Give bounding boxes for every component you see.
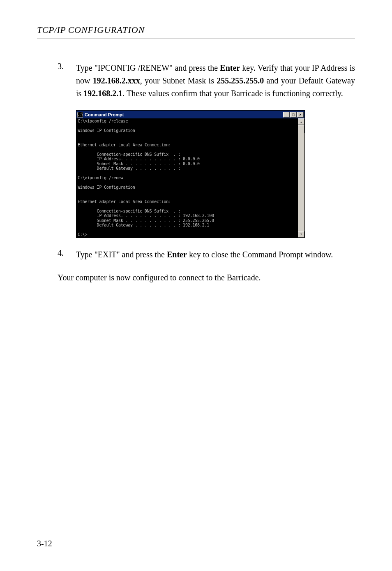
step-number: 3. [58, 62, 76, 100]
window-titlebar[interactable]: C:\ Command Prompt _ □ × [76, 111, 304, 118]
key-enter: Enter [167, 250, 187, 259]
page-header: TCP/IP CONFIGURATION [37, 25, 355, 35]
text: Type "EXIT" and press the [76, 250, 167, 259]
header-prefix: TCP/IP C [37, 25, 74, 35]
text: , your Subnet Mask is [140, 76, 217, 85]
header-rule [37, 39, 355, 39]
close-button[interactable]: × [297, 112, 304, 118]
key-enter: Enter [220, 63, 240, 72]
window-title: Command Prompt [85, 112, 283, 117]
maximize-button[interactable]: □ [290, 112, 297, 118]
closing-text: Your computer is now configured to conne… [37, 271, 355, 284]
window-buttons: _ □ × [283, 112, 304, 118]
scroll-thumb[interactable] [298, 125, 304, 133]
terminal-output[interactable]: C:\>ipconfig /release Windows IP Configu… [76, 118, 298, 238]
step-4: 4. Type "EXIT" and press the Enter key t… [37, 248, 355, 261]
scroll-track[interactable] [298, 125, 304, 231]
page-number: 3-12 [37, 539, 52, 548]
terminal-area: C:\>ipconfig /release Windows IP Configu… [76, 118, 304, 238]
subnet-mask-value: 255.255.255.0 [217, 76, 264, 85]
minimize-button[interactable]: _ [283, 112, 290, 118]
gateway-value: 192.168.2.1 [83, 89, 122, 98]
scroll-up-button[interactable]: ▴ [298, 118, 304, 125]
step-body: Type "IPCONFIG /RENEW" and press the Ent… [76, 62, 355, 100]
ip-address-value: 192.168.2.xxx [93, 76, 140, 85]
command-prompt-window: C:\ Command Prompt _ □ × C:\>ipconfig /r… [76, 110, 305, 238]
cmd-icon: C:\ [77, 112, 83, 118]
step-body: Type "EXIT" and press the Enter key to c… [76, 248, 333, 261]
text: . These values confirm that your Barrica… [122, 89, 343, 98]
scroll-down-button[interactable]: ▾ [298, 231, 304, 238]
scrollbar[interactable]: ▴ ▾ [298, 118, 304, 238]
header-smallcaps: ONFIGURATION [74, 25, 145, 35]
step-3: 3. Type "IPCONFIG /RENEW" and press the … [37, 62, 355, 100]
text: key to close the Command Prompt window. [187, 250, 333, 259]
step-number: 4. [58, 248, 76, 261]
text: Type "IPCONFIG /RENEW" and press the [76, 63, 220, 72]
